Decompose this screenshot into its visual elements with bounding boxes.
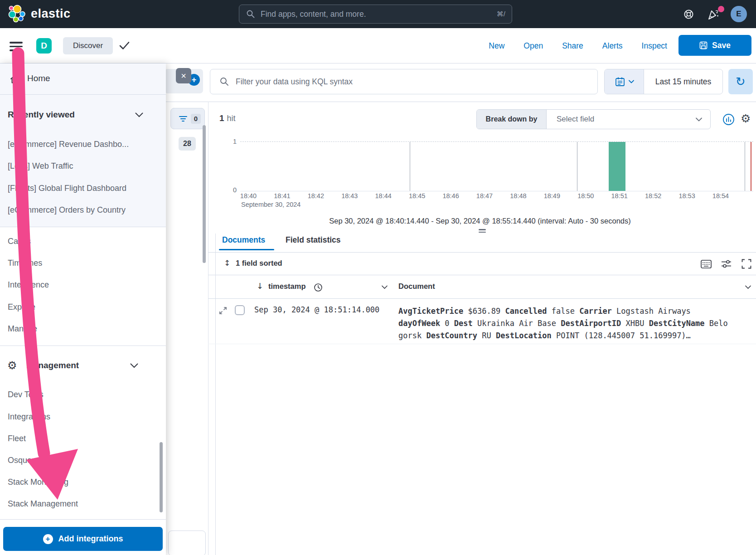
global-search-bar[interactable]: ⌘/ (239, 5, 512, 24)
breakdown-select[interactable]: Break down by Select field (476, 109, 711, 129)
add-integrations-button[interactable]: + Add integrations (3, 527, 163, 551)
recent-item-revenue-dashboard[interactable]: [eCommerce] Revenue Dashbo... (8, 140, 129, 149)
inspect-button[interactable]: Inspect (642, 41, 667, 51)
field-list-scrollbar[interactable] (203, 125, 206, 263)
app-badge-letter: D (41, 41, 47, 51)
calendar-dropdown-button[interactable] (605, 69, 644, 94)
home-label: Home (27, 73, 50, 83)
open-button[interactable]: Open (523, 41, 543, 51)
field-doc-count-badge: 28 (179, 137, 196, 151)
fullscreen-icon[interactable] (741, 259, 751, 269)
notification-dot (718, 6, 724, 12)
tab-field-statistics[interactable]: Field statistics (286, 235, 341, 245)
menu-hamburger-icon[interactable] (0, 28, 32, 63)
chart-options-icon[interactable] (722, 113, 735, 126)
time-range-value[interactable]: Last 15 minutes (644, 69, 722, 94)
histogram-chart[interactable] (240, 141, 753, 191)
active-tab-underline (219, 249, 274, 250)
sidebar-item-timelines[interactable]: Timelines (8, 258, 42, 268)
global-search-input[interactable] (260, 9, 497, 19)
x-axis-tick: 18:44 (375, 192, 392, 200)
sorted-fields-button[interactable]: 1 field sorted (236, 259, 282, 268)
breadcrumb[interactable]: Discover (63, 37, 113, 54)
recent-item-web-traffic[interactable]: [Logs] Web Traffic (8, 161, 73, 171)
tab-documents[interactable]: Documents (222, 235, 265, 245)
field-filter-control[interactable]: 0 (170, 108, 205, 129)
sidebar-item-home[interactable]: Home (0, 63, 166, 94)
elastic-logo-icon[interactable] (7, 5, 26, 24)
gear-icon[interactable]: ⚙ (741, 112, 751, 125)
field-search-box-partial[interactable] (168, 531, 206, 555)
share-button[interactable]: Share (562, 41, 583, 51)
recent-item-orders-by-country[interactable]: [eCommerce] Orders by Country (8, 205, 126, 215)
field-filter-count-badge: 0 (191, 114, 201, 124)
hits-label: hit (227, 114, 236, 123)
resize-handle[interactable] (479, 228, 486, 234)
expand-row-icon[interactable] (219, 307, 227, 315)
refresh-button[interactable]: ↻ (728, 69, 753, 94)
sidebar-item-stack-management[interactable]: Stack Management (8, 499, 78, 509)
management-header[interactable]: Management (26, 360, 79, 370)
divider (0, 94, 166, 95)
chevron-down-icon[interactable] (130, 363, 138, 368)
divider (208, 275, 756, 275)
add-integrations-label: Add integrations (58, 534, 123, 544)
breadcrumb-label: Discover (73, 41, 103, 50)
timestamp-cell[interactable]: Sep 30, 2024 @ 18:51:14.000 (254, 305, 379, 314)
sidebar-item-cases[interactable]: Cases (8, 237, 31, 246)
time-range-picker[interactable]: Last 15 minutes (604, 69, 723, 94)
top-header-bar: elastic ⌘/ (0, 0, 756, 28)
close-icon[interactable]: × (176, 68, 191, 83)
chevron-down-icon (629, 80, 634, 83)
save-button-label: Save (712, 41, 731, 50)
sidebar-item-explore[interactable]: Explore (8, 302, 35, 312)
kql-query-input[interactable] (235, 77, 597, 87)
alerts-button[interactable]: Alerts (602, 41, 623, 51)
check-icon[interactable] (119, 41, 130, 50)
toolbar-actions: New Open Share Alerts Inspect (489, 28, 667, 63)
sidebar-item-intelligence[interactable]: Intelligence (8, 280, 49, 290)
sidebar-item-osquery[interactable]: Osquery (8, 456, 39, 465)
news-feed-icon[interactable] (707, 8, 722, 21)
vertical-gridline (745, 142, 745, 191)
display-options-icon[interactable] (701, 260, 712, 268)
divider (208, 102, 208, 555)
sidebar-item-integrations[interactable]: Integrations (8, 412, 50, 422)
document-cell[interactable]: AvgTicketPrice $636.89 Cancelled false C… (398, 305, 728, 342)
divider (0, 227, 166, 227)
column-menu-chevron-icon[interactable] (745, 285, 751, 289)
document-text-line: dayOfWeek 0 Dest Ukrainka Air Base DestA… (398, 317, 728, 330)
new-button[interactable]: New (489, 41, 504, 51)
chevron-down-icon[interactable] (135, 112, 143, 117)
hits-count: 1hit (219, 113, 236, 123)
user-avatar[interactable]: E (731, 6, 747, 22)
plus-icon: + (43, 534, 53, 544)
x-axis-tick: 18:52 (645, 192, 661, 200)
sidebar-scrollbar[interactable] (160, 442, 163, 512)
timestamp-column-header[interactable]: timestamp (268, 282, 306, 291)
sidebar-item-dev-tools[interactable]: Dev Tools (8, 390, 44, 399)
sort-fields-icon[interactable]: ↕ (224, 258, 230, 268)
kql-query-bar[interactable] (210, 69, 598, 94)
sidebar-item-manage[interactable]: Manage (8, 324, 37, 334)
recently-viewed-header[interactable]: Recently viewed (8, 110, 75, 120)
x-axis-tick: 18:50 (577, 192, 594, 200)
vertical-gridline (410, 142, 410, 191)
column-menu-chevron-icon[interactable] (382, 285, 388, 289)
calendar-icon (615, 76, 625, 87)
row-checkbox[interactable] (235, 305, 245, 315)
recent-item-flight-dashboard[interactable]: [Flights] Global Flight Dashboard (8, 184, 126, 193)
row-settings-icon[interactable] (722, 259, 731, 268)
save-button[interactable]: Save (678, 35, 751, 56)
clock-icon (314, 283, 323, 292)
nav-sidebar: Home Recently viewed [eCommerce] Revenue… (0, 63, 166, 555)
sidebar-item-stack-monitoring[interactable]: Stack Monitoring (8, 477, 68, 487)
save-icon (699, 41, 708, 49)
breakdown-label: Break down by (477, 110, 547, 129)
document-column-header[interactable]: Document (398, 282, 435, 291)
histogram-bar[interactable] (609, 142, 625, 191)
sidebar-item-fleet[interactable]: Fleet (8, 434, 26, 443)
help-icon[interactable] (683, 9, 694, 19)
current-time-marker (751, 142, 751, 191)
discover-app-icon[interactable]: D (36, 38, 52, 54)
